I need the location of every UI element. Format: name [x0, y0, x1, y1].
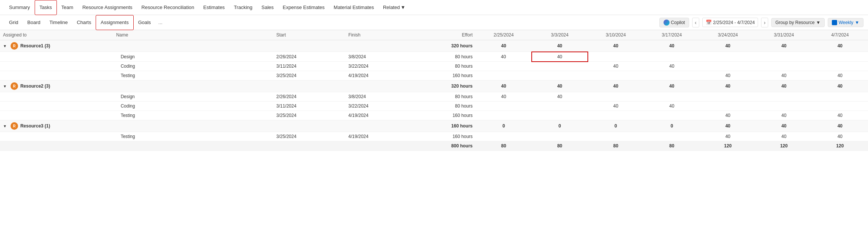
total-effort-cell: 800 hours [417, 141, 476, 151]
task-week-1-resource3-0[interactable] [476, 132, 532, 141]
weekly-label: Weekly [839, 20, 853, 25]
task-week-3-resource1-1[interactable]: 40 [588, 62, 644, 71]
copilot-label: Copilot [671, 20, 685, 25]
task-week-4-resource3-0[interactable] [644, 132, 700, 141]
task-week-7-resource1-0[interactable] [812, 52, 868, 62]
task-week-1-resource1-0[interactable]: 40 [476, 52, 532, 62]
resource-week-7-resource3: 40 [812, 120, 868, 132]
sub-nav-more[interactable]: ... [156, 15, 166, 30]
task-week-3-resource1-2[interactable] [588, 71, 644, 80]
task-week-3-resource1-0[interactable] [588, 52, 644, 62]
task-week-3-resource2-2[interactable] [588, 111, 644, 120]
task-week-7-resource1-1[interactable] [812, 62, 868, 71]
task-week-2-resource2-0[interactable]: 40 [532, 92, 588, 102]
resource-collapse-icon[interactable]: ▼ [3, 44, 7, 48]
task-week-5-resource1-2[interactable]: 40 [700, 71, 756, 80]
top-nav-item-resource-reconciliation[interactable]: Resource Reconciliation [137, 0, 199, 15]
task-week-3-resource2-1[interactable]: 40 [588, 102, 644, 111]
task-week-4-resource1-1[interactable]: 40 [644, 62, 700, 71]
task-week-4-resource2-1[interactable]: 40 [644, 102, 700, 111]
resource-avatar: R [11, 82, 18, 90]
task-name-resource2-0: Design [113, 92, 273, 102]
task-week-5-resource2-0[interactable] [700, 92, 756, 102]
task-start-resource2-2: 3/25/2024 [273, 111, 345, 120]
top-nav-item-team[interactable]: Team [57, 0, 78, 15]
task-week-3-resource3-0[interactable] [588, 132, 644, 141]
sub-nav-item-timeline[interactable]: Timeline [45, 15, 72, 30]
task-week-7-resource2-0[interactable] [812, 92, 868, 102]
top-nav-item-summary[interactable]: Summary [5, 0, 35, 15]
task-week-2-resource3-0[interactable] [532, 132, 588, 141]
task-week-1-resource2-0[interactable]: 40 [476, 92, 532, 102]
col-header-week-3: 3/10/2024 [588, 30, 644, 40]
resource-week-6-resource1: 40 [756, 40, 812, 52]
col-header-week-7: 4/7/2024 [812, 30, 868, 40]
copilot-button[interactable]: Copilot [659, 18, 689, 27]
task-row-resource3-0: Testing3/25/20244/19/2024160 hours404040 [0, 132, 868, 141]
nav-next-arrow[interactable]: › [761, 18, 768, 27]
task-week-1-resource1-1[interactable] [476, 62, 532, 71]
task-assigned-resource1-2 [0, 71, 113, 80]
top-nav-item-estimates[interactable]: Estimates [199, 0, 229, 15]
task-week-7-resource3-0[interactable]: 40 [812, 132, 868, 141]
task-week-6-resource3-0[interactable]: 40 [756, 132, 812, 141]
top-nav-item-tracking[interactable]: Tracking [229, 0, 257, 15]
top-nav-item-expense-estimates[interactable]: Expense Estimates [278, 0, 329, 15]
task-week-6-resource1-0[interactable] [756, 52, 812, 62]
task-week-1-resource2-2[interactable] [476, 111, 532, 120]
task-week-6-resource1-2[interactable]: 40 [756, 71, 812, 80]
col-header-week-1: 2/25/2024 [476, 30, 532, 40]
resource-week-1-resource2: 40 [476, 80, 532, 92]
task-week-4-resource1-0[interactable] [644, 52, 700, 62]
task-week-1-resource1-2[interactable] [476, 71, 532, 80]
top-nav-item-material-estimates[interactable]: Material Estimates [329, 0, 378, 15]
task-week-3-resource2-0[interactable] [588, 92, 644, 102]
task-week-4-resource2-2[interactable] [644, 111, 700, 120]
top-nav-item-sales[interactable]: Sales [257, 0, 278, 15]
task-week-6-resource2-0[interactable] [756, 92, 812, 102]
nav-prev-arrow[interactable]: ‹ [692, 18, 699, 27]
total-week-6: 120 [756, 141, 812, 151]
task-week-2-resource1-2[interactable] [532, 71, 588, 80]
resource-name-cell-resource3 [113, 120, 273, 132]
task-name-resource2-1: Coding [113, 102, 273, 111]
sub-nav-item-charts[interactable]: Charts [72, 15, 96, 30]
task-week-7-resource2-1[interactable] [812, 102, 868, 111]
assignments-table: Assigned to Name Start Finish Effort 2/2… [0, 30, 868, 151]
resource-week-4-resource3: 0 [644, 120, 700, 132]
task-week-5-resource1-1[interactable] [700, 62, 756, 71]
task-week-7-resource1-2[interactable]: 40 [812, 71, 868, 80]
task-name-resource3-0: Testing [113, 132, 273, 141]
top-nav-item-related[interactable]: Related ▼ [378, 0, 410, 15]
task-row-resource1-0: Design2/26/20243/8/202480 hours4040 [0, 52, 868, 62]
top-nav-item-resource-assignments[interactable]: Resource Assignments [78, 0, 137, 15]
task-week-6-resource1-1[interactable] [756, 62, 812, 71]
task-week-4-resource2-0[interactable] [644, 92, 700, 102]
task-week-7-resource2-2[interactable]: 40 [812, 111, 868, 120]
sub-nav-item-assignments[interactable]: Assignments [96, 15, 133, 30]
sub-nav-item-goals[interactable]: Goals [134, 15, 156, 30]
task-row-resource1-1: Coding3/11/20243/22/202480 hours4040 [0, 62, 868, 71]
resource-collapse-icon[interactable]: ▼ [3, 84, 7, 88]
task-week-5-resource2-2[interactable]: 40 [700, 111, 756, 120]
task-week-5-resource3-0[interactable]: 40 [700, 132, 756, 141]
task-start-resource1-1: 3/11/2024 [273, 62, 345, 71]
task-week-2-resource2-2[interactable] [532, 111, 588, 120]
sub-nav-item-board[interactable]: Board [23, 15, 45, 30]
resource-collapse-icon[interactable]: ▼ [3, 124, 7, 128]
task-effort-resource3-0: 160 hours [417, 132, 476, 141]
task-week-2-resource1-0[interactable]: 40 [532, 52, 588, 62]
group-by-button[interactable]: Group by Resource ▼ [771, 18, 825, 27]
task-week-2-resource1-1[interactable] [532, 62, 588, 71]
weekly-button[interactable]: Weekly ▼ [828, 18, 863, 27]
task-week-2-resource2-1[interactable] [532, 102, 588, 111]
task-week-1-resource2-1[interactable] [476, 102, 532, 111]
sub-nav-item-grid[interactable]: Grid [5, 15, 23, 30]
task-week-5-resource2-1[interactable] [700, 102, 756, 111]
task-week-5-resource1-0[interactable] [700, 52, 756, 62]
task-week-4-resource1-2[interactable] [644, 71, 700, 80]
task-week-6-resource2-1[interactable] [756, 102, 812, 111]
top-nav-item-tasks[interactable]: Tasks [35, 0, 57, 15]
task-start-resource3-0: 3/25/2024 [273, 132, 345, 141]
task-week-6-resource2-2[interactable]: 40 [756, 111, 812, 120]
